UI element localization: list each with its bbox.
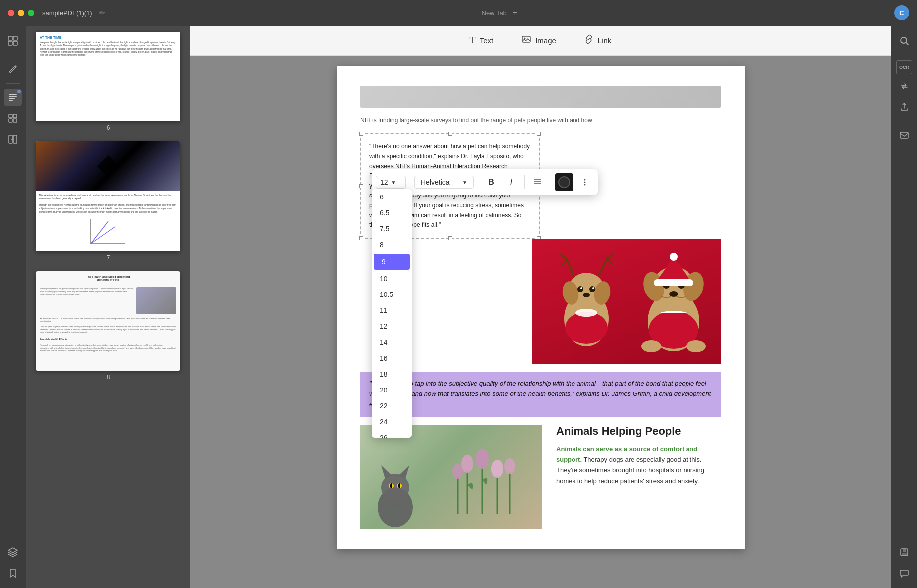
font-size-dropdown: 6 6.5 7.5 8 9 10 10.5 11 12 14 16 18 20 … [372, 189, 412, 438]
right-export-button[interactable] [895, 98, 913, 116]
page-intro-text: NIH is funding large-scale surveys to fi… [360, 116, 721, 125]
thumbnail-page-6[interactable]: AT THE TIME everyone thought that white … [32, 32, 184, 131]
align-button[interactable] [529, 173, 547, 191]
cat-image [360, 425, 542, 529]
color-picker-button[interactable] [555, 173, 573, 191]
bold-button[interactable]: B [482, 173, 500, 191]
minimize-button[interactable] [18, 10, 24, 16]
right-email-button[interactable] [895, 126, 913, 144]
more-options-button[interactable] [576, 173, 594, 191]
pdf-viewer[interactable]: NIH is funding large-scale surveys to fi… [190, 56, 891, 588]
rail-divider-2 [6, 83, 20, 84]
main-layout: AT THE TIME everyone thought that white … [0, 26, 917, 588]
font-family-selector[interactable]: Helvetica ▼ [414, 176, 474, 189]
fsd-12[interactable]: 12 [372, 318, 412, 334]
svg-line-78 [906, 43, 909, 45]
document-title: samplePDF(1)(1) [42, 9, 92, 17]
fsd-10.5[interactable]: 10.5 [372, 287, 412, 302]
fsd-22[interactable]: 22 [372, 398, 412, 414]
thumb8-header: The Health and Mood-BoostingBenefits of … [36, 271, 180, 285]
cat-silhouette [370, 458, 420, 529]
text-tool-button[interactable]: T Text [464, 32, 500, 49]
font-family-value: Helvetica [421, 178, 450, 186]
svg-point-31 [577, 286, 583, 292]
rail-icon-active[interactable] [4, 89, 22, 106]
traffic-lights [8, 10, 34, 16]
new-tab-label[interactable]: New Tab [482, 9, 507, 17]
rail-icon-bookmark[interactable] [4, 564, 22, 582]
maximize-button[interactable] [28, 10, 34, 16]
thumbnail-page-7[interactable]: This experiment can be repeated over and… [32, 141, 184, 261]
animals-section: Animals Helping People Animals can serve… [360, 425, 721, 529]
fsd-24[interactable]: 24 [372, 414, 412, 430]
fsd-7.5[interactable]: 7.5 [372, 221, 412, 237]
close-button[interactable] [8, 10, 14, 16]
animals-heading: Animals Helping People [556, 425, 721, 438]
svg-line-37 [561, 254, 567, 259]
fsd-11[interactable]: 11 [372, 302, 412, 318]
fmt-divider-4 [551, 175, 551, 189]
svg-point-72 [461, 455, 473, 473]
avatar[interactable]: C [894, 5, 909, 20]
fsd-20[interactable]: 20 [372, 382, 412, 398]
fsd-14[interactable]: 14 [372, 334, 412, 350]
svg-line-39 [599, 258, 607, 275]
right-search-button[interactable] [895, 32, 913, 50]
svg-point-34 [592, 287, 594, 289]
fsd-16[interactable]: 16 [372, 350, 412, 366]
thumbnail-page-8[interactable]: The Health and Mood-BoostingBenefits of … [32, 271, 184, 381]
rail-icon-annotate[interactable] [4, 60, 22, 78]
svg-point-76 [504, 458, 515, 474]
image-tool-label: Image [535, 36, 556, 45]
svg-line-41 [607, 258, 612, 264]
italic-button[interactable]: I [502, 173, 520, 191]
svg-rect-7 [9, 100, 13, 101]
rail-icon-thumbnails[interactable] [4, 32, 22, 50]
fsd-26[interactable]: 26 [372, 430, 412, 438]
right-ocr-button[interactable]: OCR [896, 60, 912, 74]
right-divider-3 [897, 538, 911, 538]
right-save-button[interactable] [895, 543, 913, 561]
text-tool-icon: T [470, 35, 476, 46]
fsd-6.5[interactable]: 6.5 [372, 205, 412, 221]
font-size-selector[interactable]: 12 ▼ [376, 176, 406, 189]
font-family-chevron: ▼ [462, 180, 467, 185]
fmt-divider-1 [410, 175, 410, 189]
svg-rect-3 [13, 41, 17, 45]
svg-point-57 [641, 340, 661, 352]
add-tab-icon[interactable]: + [513, 8, 517, 17]
link-tool-button[interactable]: Link [578, 31, 618, 50]
fsd-10[interactable]: 10 [372, 271, 412, 287]
rail-icon-organize[interactable] [4, 109, 22, 127]
svg-point-73 [476, 449, 489, 469]
handle-bl [359, 236, 363, 240]
animals-body: Animals can serve as a source of comfort… [556, 444, 721, 487]
dog-right [634, 249, 713, 359]
fsd-9[interactable]: 9 [374, 254, 410, 270]
right-comment-button[interactable] [895, 564, 913, 582]
svg-point-74 [491, 460, 503, 478]
svg-line-17 [91, 221, 108, 244]
svg-point-35 [583, 293, 590, 297]
fsd-6[interactable]: 6 [372, 189, 412, 205]
svg-rect-6 [9, 98, 15, 99]
thumb7-image [36, 141, 180, 191]
color-swatch [558, 176, 570, 188]
svg-rect-81 [903, 549, 906, 552]
rail-icon-layers[interactable] [4, 543, 22, 561]
svg-rect-19 [522, 36, 530, 42]
thumb8-label: 8 [107, 374, 110, 381]
fsd-8[interactable]: 8 [372, 237, 412, 253]
svg-line-18 [91, 226, 115, 244]
thumb6-title: AT THE TIME [40, 36, 176, 39]
image-tool-icon [521, 34, 531, 47]
image-tool-button[interactable]: Image [515, 31, 562, 50]
handle-ml [359, 184, 363, 188]
titlebar-left: samplePDF(1)(1) ✏ [8, 9, 105, 17]
rail-icon-combine[interactable] [4, 130, 22, 148]
rail-divider-1 [6, 55, 20, 55]
titlebar-right: C [894, 5, 909, 20]
fsd-18[interactable]: 18 [372, 366, 412, 382]
right-convert-button[interactable] [895, 77, 913, 95]
edit-title-icon[interactable]: ✏ [99, 9, 105, 17]
